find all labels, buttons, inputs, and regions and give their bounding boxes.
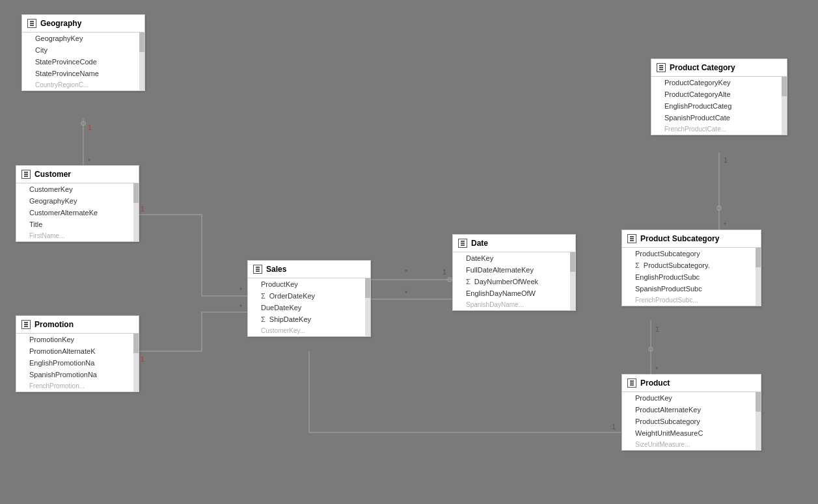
table-row: FrenchProductCate... — [651, 124, 787, 135]
table-row: EnglishProductCateg — [651, 100, 787, 112]
table-product-subcategory-body: ProductSubcategory ΣProductSubcategory. … — [622, 248, 761, 306]
table-row: StateProvinceCode — [22, 56, 144, 68]
table-promotion-title: Promotion — [34, 320, 74, 329]
table-row: ProductSubcategory — [622, 416, 761, 427]
svg-text:1: 1 — [655, 325, 659, 333]
table-row: FirstName... — [16, 230, 139, 241]
table-row: SpanishProductCate — [651, 112, 787, 124]
table-row: CountryRegionC... — [22, 79, 144, 90]
table-row: SpanishProductSubc — [622, 283, 761, 295]
table-row: CustomerKey — [16, 183, 139, 195]
svg-text:*: * — [88, 157, 91, 165]
table-date-title: Date — [471, 239, 488, 248]
svg-text:*: * — [655, 365, 659, 373]
svg-text:*: * — [405, 289, 408, 297]
table-product-subcategory[interactable]: Product Subcategory ProductSubcategory Σ… — [621, 230, 761, 306]
table-row: ProductCategoryAlte — [651, 88, 787, 100]
table-date-header: Date — [453, 235, 575, 252]
svg-text:*: * — [239, 286, 243, 294]
table-row: GeographyKey — [22, 33, 144, 44]
table-date[interactable]: Date DateKey FullDateAlternateKey ΣDayNu… — [452, 234, 576, 311]
table-promotion[interactable]: Promotion PromotionKey PromotionAlternat… — [16, 315, 139, 392]
svg-text:1: 1 — [88, 124, 92, 131]
svg-text:1: 1 — [141, 355, 144, 363]
table-sales-header: Sales — [248, 261, 370, 278]
table-row: ProductKey — [248, 278, 370, 290]
table-row: SpanishDayName... — [453, 299, 575, 310]
table-row: FrenchProductSubc... — [622, 295, 761, 306]
table-row: ΣShipDateKey — [248, 313, 370, 325]
table-row: PromotionAlternateK — [16, 345, 139, 357]
table-row: Title — [16, 219, 139, 230]
table-icon-product — [627, 378, 636, 388]
table-row: ProductAlternateKey — [622, 404, 761, 416]
svg-point-1 — [81, 122, 85, 126]
table-row: ProductSubcategory — [622, 248, 761, 259]
table-product-title: Product — [640, 378, 670, 388]
table-row: CustomerKey... — [248, 325, 370, 336]
table-row: StateProvinceName — [22, 68, 144, 79]
table-row: ΣDayNumberOfWeek — [453, 276, 575, 287]
svg-point-20 — [649, 347, 653, 351]
table-product-subcategory-header: Product Subcategory — [622, 230, 761, 248]
table-customer-header: Customer — [16, 166, 139, 183]
table-promotion-body: PromotionKey PromotionAlternateK English… — [16, 334, 139, 391]
table-customer-title: Customer — [34, 170, 71, 179]
table-row: ProductKey — [622, 392, 761, 404]
table-row: WeightUnitMeasureC — [622, 427, 761, 439]
table-customer-body: CustomerKey GeographyKey CustomerAlterna… — [16, 183, 139, 241]
table-row: GeographyKey — [16, 195, 139, 207]
table-product-body: ProductKey ProductAlternateKey ProductSu… — [622, 392, 761, 450]
table-customer[interactable]: Customer CustomerKey GeographyKey Custom… — [16, 165, 139, 242]
table-icon-promotion — [21, 320, 31, 329]
svg-text:1: 1 — [443, 268, 446, 276]
table-row: EnglishPromotionNa — [16, 357, 139, 369]
diagram-canvas: 1 * 1 * 1 * * 1 * 1 1 * 1 * — [0, 0, 818, 504]
table-geography-body: GeographyKey City StateProvinceCode Stat… — [22, 33, 144, 90]
table-row: ΣOrderDateKey — [248, 290, 370, 302]
svg-point-11 — [448, 278, 452, 282]
svg-point-16 — [717, 206, 721, 210]
table-promotion-header: Promotion — [16, 316, 139, 334]
table-product-category-header: Product Category — [651, 59, 787, 77]
table-icon-product-category — [657, 63, 666, 72]
table-product-category-title: Product Category — [670, 63, 735, 72]
table-row: EnglishProductSubc — [622, 271, 761, 283]
table-product[interactable]: Product ProductKey ProductAlternateKey P… — [621, 374, 761, 451]
table-row: ProductCategoryKey — [651, 77, 787, 88]
svg-text:*: * — [239, 303, 243, 311]
table-row: CustomerAlternateKe — [16, 207, 139, 219]
table-product-category[interactable]: Product Category ProductCategoryKey Prod… — [651, 59, 787, 135]
table-sales-body: ProductKey ΣOrderDateKey DueDateKey ΣShi… — [248, 278, 370, 336]
svg-text:*: * — [405, 268, 408, 276]
table-icon-geography — [27, 19, 36, 28]
svg-text:*: * — [724, 221, 727, 229]
table-product-category-body: ProductCategoryKey ProductCategoryAlte E… — [651, 77, 787, 135]
table-row: DueDateKey — [248, 302, 370, 313]
table-icon-sales — [253, 265, 262, 274]
table-row: EnglishDayNameOfW — [453, 287, 575, 299]
table-product-header: Product — [622, 375, 761, 392]
table-row: ΣProductSubcategory. — [622, 259, 761, 271]
table-geography-title: Geography — [40, 19, 81, 28]
table-row: FullDateAlternateKey — [453, 264, 575, 276]
table-geography-header: Geography — [22, 15, 144, 33]
table-row: DateKey — [453, 252, 575, 264]
table-icon-date — [458, 239, 467, 248]
table-date-body: DateKey FullDateAlternateKey ΣDayNumberO… — [453, 252, 575, 310]
table-product-subcategory-title: Product Subcategory — [640, 234, 719, 243]
svg-text:1: 1 — [724, 156, 728, 164]
table-row: SizeUnitMeasure... — [622, 439, 761, 450]
table-row: FrenchPromotion... — [16, 380, 139, 391]
table-icon-product-subcategory — [627, 234, 636, 243]
svg-text:1: 1 — [612, 423, 616, 431]
table-icon-customer — [21, 170, 31, 179]
table-sales-title: Sales — [266, 265, 286, 274]
table-row: City — [22, 44, 144, 56]
table-row: PromotionKey — [16, 334, 139, 345]
table-row: SpanishPromotionNa — [16, 369, 139, 380]
svg-text:1: 1 — [141, 205, 144, 213]
table-sales[interactable]: Sales ProductKey ΣOrderDateKey DueDateKe… — [247, 260, 371, 337]
table-geography[interactable]: Geography GeographyKey City StateProvinc… — [21, 14, 145, 91]
